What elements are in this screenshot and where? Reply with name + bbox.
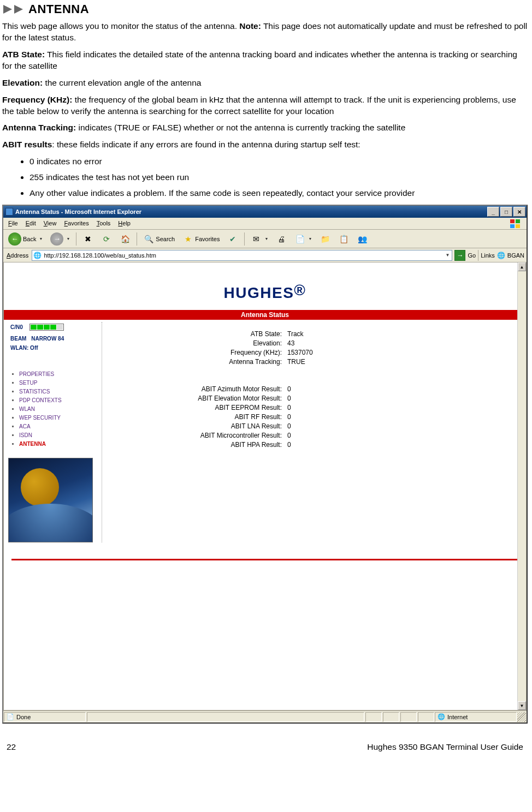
search-icon: 🔍 (143, 234, 154, 244)
section-title: ANTENNA (28, 2, 89, 16)
star-icon: ★ (182, 234, 193, 244)
resize-grip-icon[interactable] (517, 712, 526, 722)
intro-paragraph: This web page allows you to monitor the … (2, 21, 528, 44)
windows-logo-icon (505, 218, 527, 229)
home-icon: 🏠 (120, 234, 131, 244)
chevron-down-icon: ▼ (66, 237, 70, 241)
svg-rect-5 (516, 224, 520, 228)
vertical-scrollbar[interactable]: ▲ ▼ (517, 262, 526, 710)
discuss-button[interactable]: 📁 (317, 232, 333, 246)
menu-edit[interactable]: Edit (22, 218, 40, 229)
print-button[interactable]: 🖨 (273, 232, 289, 246)
back-label: Back (23, 236, 36, 242)
satellite-image (8, 458, 93, 542)
list-item: 0 indicates no error (29, 156, 528, 168)
hughes-logo: HUGHES® (4, 262, 526, 310)
messenger-button[interactable]: 👥 (354, 232, 370, 246)
kv-value: 0 (285, 385, 291, 393)
research-button[interactable]: 📋 (335, 232, 352, 246)
bgan-link[interactable]: BGAN (507, 252, 524, 259)
label: ABIT results (2, 140, 52, 149)
text: : these fields indicate if any errors ar… (52, 140, 360, 149)
close-button[interactable]: ✕ (513, 207, 525, 217)
page-number: 22 (7, 742, 16, 752)
refresh-button[interactable]: ⟳ (98, 232, 115, 246)
clipboard-icon: 📋 (338, 234, 349, 244)
internet-zone-icon: 🌐 (438, 713, 445, 720)
nav-wlan[interactable]: WLAN (19, 406, 98, 412)
home-button[interactable]: 🏠 (117, 232, 133, 246)
nav-aca[interactable]: ACA (19, 423, 98, 429)
nav-pdp-contexts[interactable]: PDP CONTEXTS (19, 397, 98, 403)
wlan-status: WLAN: Off (10, 343, 98, 353)
nav-wep-security[interactable]: WEP SECURITY (19, 415, 98, 421)
abit-paragraph: ABIT results: these fields indicate if a… (2, 139, 528, 151)
url-input[interactable]: 🌐 http://192.168.128.100/web/au_status.h… (32, 250, 452, 261)
status-text: Done (16, 714, 31, 720)
footer-title: Hughes 9350 BGAN Terminal User Guide (367, 742, 523, 752)
svg-rect-2 (510, 219, 515, 223)
divider (11, 559, 518, 560)
menu-file[interactable]: File (4, 218, 22, 229)
tracking-paragraph: Antenna Tracking: indicates (TRUE or FAL… (2, 122, 528, 134)
kv-key: ABIT EEPROM Result: (119, 404, 285, 411)
kv-value: 0 (285, 395, 291, 402)
elevation-paragraph: Elevation: the current elevation angle o… (2, 77, 528, 89)
beam-value: NARROW 84 (31, 336, 64, 342)
kv-key: Antenna Tracking: (119, 358, 285, 366)
svg-rect-3 (516, 219, 520, 223)
back-icon: ← (8, 232, 21, 246)
menu-tools[interactable]: Tools (93, 218, 115, 229)
address-label: Address (5, 252, 29, 259)
nav-isdn[interactable]: ISDN (19, 432, 98, 438)
nav-setup[interactable]: SETUP (19, 380, 98, 386)
nav-antenna[interactable]: ANTENNA (19, 441, 98, 447)
content-area: HUGHES® Antenna Status C/N0 BEAM N (3, 262, 527, 710)
forward-button[interactable]: → ▼ (48, 231, 73, 247)
menu-favorites[interactable]: Favorites (60, 218, 92, 229)
favorites-button[interactable]: ★Favorites (180, 232, 222, 246)
kv-value: 0 (285, 441, 291, 449)
page-icon: 🌐 (33, 252, 42, 259)
nav-properties[interactable]: PROPERTIES (19, 371, 98, 377)
kv-value: TRUE (285, 358, 305, 366)
label: Antenna Tracking: (2, 123, 76, 132)
go-button[interactable]: → (454, 250, 465, 261)
search-button[interactable]: 🔍Search (140, 232, 178, 246)
titlebar: Antenna Status - Microsoft Internet Expl… (3, 206, 527, 218)
svg-rect-4 (510, 224, 515, 228)
mail-button[interactable]: ✉▼ (248, 232, 271, 246)
page-title-banner: Antenna Status (4, 310, 526, 320)
history-button[interactable]: ✔ (224, 232, 241, 246)
label: ATB State: (2, 50, 45, 59)
messenger-icon: 👥 (357, 234, 368, 244)
maximize-button[interactable]: □ (500, 207, 512, 217)
nav-statistics[interactable]: STATISTICS (19, 389, 98, 395)
antenna-status-group: ATB State:Track Elevation:43 Frequency (… (119, 330, 515, 366)
stop-icon: ✖ (82, 234, 93, 244)
kv-key: ABIT Microcontroller Result: (119, 432, 285, 439)
window-title: Antenna Status - Microsoft Internet Expl… (15, 208, 141, 215)
play-icon (2, 4, 26, 15)
edit-button[interactable]: 📄▼ (292, 232, 315, 246)
kv-value: 0 (285, 404, 291, 411)
search-label: Search (156, 236, 175, 242)
svg-marker-0 (3, 5, 12, 14)
kv-value: 43 (285, 339, 294, 347)
statusbar: 📄 Done 🌐 Internet (3, 710, 527, 723)
menu-help[interactable]: Help (114, 218, 134, 229)
scroll-down-icon[interactable]: ▼ (518, 701, 526, 710)
nav-list: PROPERTIES SETUP STATISTICS PDP CONTEXTS… (10, 371, 98, 447)
back-button[interactable]: ← Back ▼ (5, 231, 45, 247)
kv-key: Elevation: (119, 339, 285, 347)
kv-key: ATB State: (119, 330, 285, 338)
page-footer: 22 Hughes 9350 BGAN Terminal User Guide (2, 724, 528, 755)
menu-view[interactable]: View (40, 218, 61, 229)
kv-value: 0 (285, 413, 291, 421)
minimize-button[interactable]: _ (487, 207, 499, 217)
chevron-down-icon[interactable]: ▼ (446, 253, 451, 258)
label: Frequency (KHz): (2, 95, 72, 104)
chevron-down-icon: ▼ (264, 237, 268, 241)
stop-button[interactable]: ✖ (80, 232, 96, 246)
scroll-up-icon[interactable]: ▲ (518, 262, 526, 271)
